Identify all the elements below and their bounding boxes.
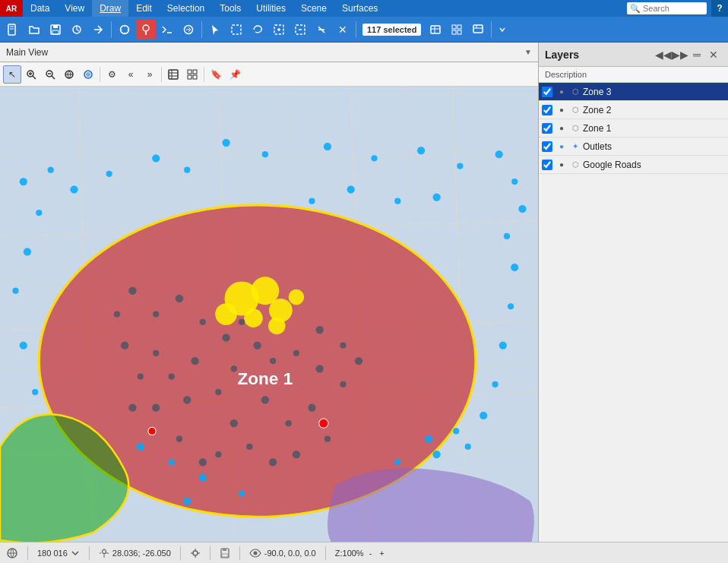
menu-tools[interactable]: Tools	[212, 0, 248, 17]
menu-utilities[interactable]: Utilities	[248, 0, 293, 17]
zoom-dropdown-icon[interactable]	[71, 549, 80, 558]
status-globe[interactable]	[6, 547, 18, 559]
map-canvas[interactable]: Zone 1 Zone 2 Zone 3 4km	[0, 87, 538, 542]
svg-text:Zone 2: Zone 2	[36, 539, 81, 542]
main-toolbar: ✕ 117 selected	[0, 17, 728, 43]
tb-dropdown-btn[interactable]	[495, 20, 510, 40]
svg-point-66	[106, 171, 112, 177]
svg-point-67	[152, 154, 160, 162]
layer-item-outlets[interactable]: ● ✦ Outlets	[539, 138, 728, 156]
tb-cursor-btn[interactable]	[205, 20, 225, 40]
tb-open-btn[interactable]	[24, 20, 44, 40]
tb-icon-8[interactable]	[157, 20, 177, 40]
map-globe-btn[interactable]	[60, 65, 78, 84]
layers-title: Layers	[545, 49, 655, 61]
svg-point-101	[394, 198, 400, 204]
tb-btn-sub[interactable]	[290, 20, 310, 40]
layer-item-zone2[interactable]: ● ⬡ Zone 2	[539, 101, 728, 119]
menu-draw[interactable]: Draw	[92, 0, 128, 17]
layer-checkbox-zone2[interactable]	[542, 105, 552, 115]
map-zoom-in-btn[interactable]	[22, 65, 40, 84]
svg-point-71	[324, 143, 331, 150]
search-input[interactable]	[643, 4, 704, 13]
map-next-btn[interactable]: »	[141, 65, 159, 84]
tb-export-btn[interactable]	[468, 20, 488, 40]
map-prev-btn[interactable]: «	[122, 65, 140, 84]
help-button[interactable]: ?	[711, 0, 728, 17]
layer-dot-icon-zone1: ●	[555, 122, 568, 134]
svg-point-79	[511, 264, 518, 271]
map-settings-btn[interactable]: ⚙	[103, 65, 121, 84]
rotation-value: -90.0, 0.0, 0.0	[264, 549, 316, 558]
menu-data[interactable]: Data	[23, 0, 57, 17]
svg-point-138	[239, 319, 245, 325]
tb-btn-add[interactable]	[269, 20, 289, 40]
tb-sep-4	[491, 21, 492, 38]
tb-icon-4[interactable]	[67, 20, 87, 40]
zoom-plus-btn[interactable]: +	[377, 549, 386, 558]
svg-point-120	[286, 420, 292, 426]
layer-geo-icon-zone2: ⬡	[569, 104, 581, 116]
view-dropdown-arrow[interactable]: ▼	[524, 48, 532, 56]
tb-icon-6[interactable]	[115, 20, 135, 40]
tb-btn-5[interactable]	[312, 20, 331, 40]
layer-checkbox-outlets[interactable]	[542, 141, 552, 152]
menu-view[interactable]: View	[57, 0, 92, 17]
tb-new-btn[interactable]	[3, 20, 23, 40]
svg-rect-32	[169, 70, 178, 79]
map-table-btn[interactable]	[164, 65, 182, 84]
map-arrow-btn[interactable]: ↖	[3, 65, 21, 84]
tb-icon-9[interactable]	[179, 20, 198, 40]
layers-pin-btn[interactable]: ═	[688, 46, 705, 63]
svg-point-77	[518, 205, 526, 213]
map-globe2-btn[interactable]	[79, 65, 97, 84]
svg-point-116	[153, 350, 159, 356]
map-container[interactable]: Main View ▼ ↖ ⚙ « »	[0, 43, 538, 542]
layer-item-zone3[interactable]: ● ⬡ Zone 3	[539, 83, 728, 101]
tb-grid-btn[interactable]	[447, 20, 467, 40]
svg-point-126	[293, 350, 299, 356]
map-pin-btn[interactable]: 📌	[226, 65, 244, 84]
svg-point-94	[137, 443, 144, 451]
tb-clear-btn[interactable]: ✕	[333, 20, 353, 40]
tb-save-btn[interactable]	[46, 20, 65, 40]
layer-geo-icon-zone3: ⬡	[569, 86, 581, 98]
selected-count-badge: 117 selected	[362, 24, 421, 36]
layer-name-outlets: Outlets	[583, 141, 612, 152]
svg-point-64	[48, 167, 54, 173]
svg-rect-159	[223, 549, 226, 551]
layer-dot-icon-outlets: ●	[555, 141, 568, 153]
layers-close-btn[interactable]: ✕	[705, 46, 722, 63]
menu-selection[interactable]: Selection	[160, 0, 212, 17]
svg-point-124	[270, 358, 276, 364]
tb-icon-5[interactable]	[88, 20, 108, 40]
svg-point-123	[293, 451, 300, 458]
map-zoom-out-btn[interactable]	[41, 65, 59, 84]
layer-checkbox-google-roads[interactable]	[542, 160, 552, 170]
layers-fwd-btn[interactable]: ▶▶	[672, 46, 688, 63]
tb-lasso-btn[interactable]	[248, 20, 267, 40]
menu-scene[interactable]: Scene	[293, 0, 334, 17]
status-save-icon-group[interactable]	[220, 548, 230, 558]
menu-surfaces[interactable]: Surfaces	[334, 0, 385, 17]
layer-checkbox-zone3[interactable]	[542, 87, 552, 97]
map-tb-sep3	[204, 67, 204, 82]
layer-item-google-roads[interactable]: ● ⬡ Google Roads	[539, 156, 728, 174]
app-icon: AR	[0, 0, 23, 17]
svg-point-88	[465, 444, 471, 450]
layers-back-btn[interactable]: ◀◀	[655, 46, 672, 63]
map-bookmark-btn[interactable]: 🔖	[207, 65, 225, 84]
search-area[interactable]: 🔍	[627, 2, 707, 14]
tb-select-btn[interactable]	[226, 20, 246, 40]
tb-icon-7[interactable]	[136, 20, 156, 40]
map-layout-btn[interactable]	[183, 65, 201, 84]
svg-rect-36	[188, 70, 191, 74]
menu-edit[interactable]: Edit	[128, 0, 160, 17]
svg-point-70	[262, 151, 268, 157]
zoom-minus-btn[interactable]: -	[367, 549, 375, 558]
svg-point-90	[24, 248, 31, 255]
layer-checkbox-zone1[interactable]	[542, 123, 552, 134]
scale-value: Z:100%	[335, 549, 364, 558]
layer-item-zone1[interactable]: ● ⬡ Zone 1	[539, 119, 728, 138]
tb-table-btn[interactable]	[426, 20, 445, 40]
